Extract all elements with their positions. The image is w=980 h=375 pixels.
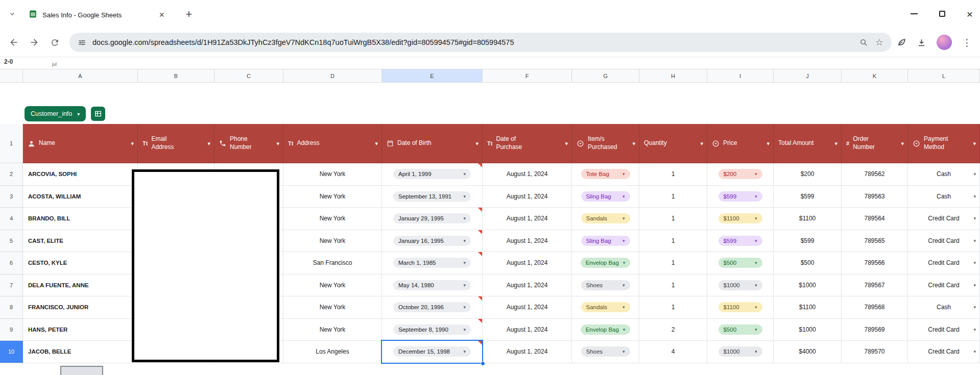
cell-order-number[interactable]: 789566 [842,252,908,274]
cell-price[interactable]: $200▾ [707,163,774,186]
url-text[interactable]: docs.google.com/spreadsheets/d/1H91Za53D… [92,38,852,46]
cell-price[interactable]: $1000▾ [707,274,774,297]
column-header-F[interactable]: F [483,69,572,82]
table-header-name[interactable]: Name▾ [23,124,138,163]
profile-avatar[interactable] [937,35,952,50]
column-header-L[interactable]: L [908,69,980,82]
column-menu-chevron-icon[interactable]: ▾ [475,140,479,147]
cell-name[interactable]: HANS, PETER [23,319,138,341]
column-header-D[interactable]: D [283,69,382,82]
cell-name[interactable]: ARCOVIA, SOPHI [23,163,138,186]
item-dropdown-chip[interactable]: Sandals▾ [581,213,630,223]
cell-quantity[interactable]: 4 [639,341,707,363]
dob-dropdown-chip[interactable]: October 20, 1996▾ [393,302,471,312]
cell-item-purchased[interactable]: Sandals▾ [572,208,639,230]
price-dropdown-chip[interactable]: $1000▾ [719,346,762,357]
price-dropdown-chip[interactable]: $599▾ [719,191,762,202]
cell-item-purchased[interactable]: Sandals▾ [572,296,639,319]
cell-total-amount[interactable]: $200 [774,163,842,186]
cell-date-of-birth[interactable]: September 8, 1990▾ [382,319,483,341]
cell-order-number[interactable]: 789564 [842,208,908,230]
cell-address[interactable]: San Francisco [283,252,382,274]
item-dropdown-chip[interactable]: Shoes▾ [581,346,630,357]
cell-price[interactable]: $599▾ [707,186,774,208]
chevron-down-icon[interactable]: ▾ [973,194,976,199]
item-dropdown-chip[interactable]: Sling Bag▾ [581,191,630,202]
dob-dropdown-chip[interactable]: January 16, 1995▾ [393,236,471,246]
cell-address[interactable]: New York [283,230,382,253]
item-dropdown-chip[interactable]: Sandals▾ [581,302,630,312]
column-menu-chevron-icon[interactable]: ▾ [565,140,568,147]
cell-quantity[interactable]: 1 [639,208,707,230]
cell-address[interactable]: New York [283,274,382,297]
cell-date-of-birth[interactable]: January 29, 1995▾ [382,208,483,230]
cell-date-of-purchase[interactable]: August 1, 2024 [483,296,572,319]
column-menu-chevron-icon[interactable]: ▾ [700,140,703,147]
dob-dropdown-chip[interactable]: March 1, 1985▾ [393,258,471,268]
cell-item-purchased[interactable]: Sling Bag▾ [572,230,639,253]
browser-tab[interactable]: Sales Info - Google Sheets × [22,5,172,25]
column-header-I[interactable]: I [707,69,774,82]
row-header-6[interactable]: 6 [0,252,23,274]
cell-item-purchased[interactable]: Envelop Bag▾ [572,252,639,274]
cell-name[interactable]: BRANDO, BILL [23,208,138,230]
cell-name[interactable]: JACOB, BELLE [23,341,138,363]
price-dropdown-chip[interactable]: $599▾ [719,236,762,246]
column-menu-chevron-icon[interactable]: ▾ [207,140,210,147]
item-dropdown-chip[interactable]: Envelop Bag▾ [581,258,631,268]
chevron-down-icon[interactable]: ▾ [973,349,976,354]
row-header-8[interactable]: 8 [0,296,23,319]
cell-quantity[interactable]: 1 [639,252,707,274]
chevron-down-icon[interactable]: ▾ [973,327,976,332]
column-menu-chevron-icon[interactable]: ▾ [131,140,134,147]
price-dropdown-chip[interactable]: $1100▾ [719,213,762,223]
zoom-icon[interactable] [859,38,868,47]
cell-payment-method[interactable]: Credit Card▾ [908,274,980,297]
table-header-item-s-purchased[interactable]: Item/s Purchased▾ [572,124,639,163]
row-header-2[interactable]: 2 [0,163,23,186]
cell-price[interactable]: $1100▾ [707,208,774,230]
table-name-chip[interactable]: Customer_info ▾ [25,106,86,121]
cell-date-of-purchase[interactable]: August 1, 2024 [483,319,572,341]
column-header-A[interactable]: A [23,69,138,82]
cell-date-of-purchase[interactable]: August 1, 2024 [483,341,572,363]
cell-address[interactable]: New York [283,319,382,341]
chevron-down-icon[interactable]: ▾ [973,283,976,288]
dob-dropdown-chip[interactable]: September 13, 1991▾ [393,191,471,202]
chevron-down-icon[interactable]: ▾ [973,305,976,310]
bookmark-star-icon[interactable]: ☆ [875,37,883,48]
row-header-9[interactable]: 9 [0,319,23,341]
row-header-5[interactable]: 5 [0,230,23,253]
cell-quantity[interactable]: 1 [639,274,707,297]
tab-search-button[interactable] [5,7,19,21]
cell-date-of-birth[interactable]: May 14, 1980▾ [382,274,483,297]
cell-item-purchased[interactable]: Envelop Bag▾ [572,319,639,341]
cell-payment-method[interactable]: Credit Card▾ [908,230,980,253]
tab-close-icon[interactable]: × [158,10,165,19]
table-header-address[interactable]: TtAddress▾ [283,124,382,163]
window-maximize-icon[interactable] [939,11,945,17]
table-header-phone-number[interactable]: Phone Number▾ [214,124,283,163]
cell-order-number[interactable]: 789567 [842,274,908,297]
cell-address[interactable]: New York [283,208,382,230]
column-menu-chevron-icon[interactable]: ▾ [834,140,838,147]
column-header-H[interactable]: H [639,69,707,82]
cell-payment-method[interactable]: Credit Card▾ [908,208,980,230]
table-header-date-of-birth[interactable]: Date of Birth▾ [382,124,483,163]
browser-menu-icon[interactable]: ⋮ [962,37,972,48]
table-header-date-of-purchase[interactable]: TtDate of Purchase▾ [483,124,572,163]
reload-button[interactable] [48,36,61,49]
cell-address[interactable]: New York [283,163,382,186]
dob-dropdown-chip[interactable]: May 14, 1980▾ [393,280,471,290]
cell-name[interactable]: ACOSTA, WILLIAM [23,186,138,208]
column-header-G[interactable]: G [572,69,639,82]
column-menu-chevron-icon[interactable]: ▾ [767,140,770,147]
address-bar[interactable]: docs.google.com/spreadsheets/d/1H91Za53D… [69,33,892,52]
cell-payment-method[interactable]: Credit Card▾ [908,341,980,363]
fill-handle[interactable] [481,361,485,366]
cell-price[interactable]: $500▾ [707,319,774,341]
cell-payment-method[interactable]: Cash▾ [908,163,980,186]
column-menu-chevron-icon[interactable]: ▾ [973,140,976,147]
cell-name[interactable]: FRANCISCO, JUNIOR [23,296,138,319]
dob-dropdown-chip[interactable]: December 15, 1998▾ [393,346,471,357]
